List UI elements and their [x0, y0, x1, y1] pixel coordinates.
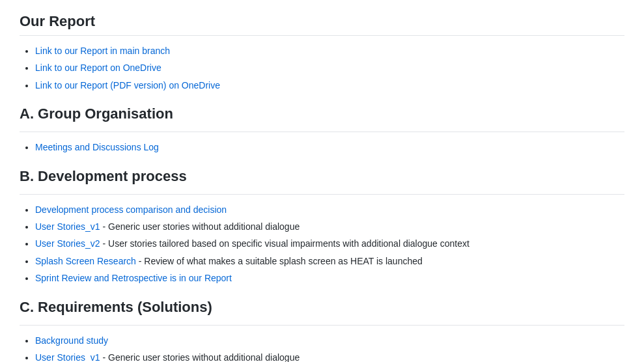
splash-screen-suffix: - Review of what makes a suitable splash… [136, 256, 423, 266]
user-stories-v2-suffix-b: - User stories tailored based on specifi… [100, 238, 469, 249]
page-container: Our Report Link to our Report in main br… [20, 13, 624, 362]
report-links-list: Link to our Report in main branch Link t… [20, 44, 624, 92]
section-b-block: B. Development process Development proce… [20, 168, 624, 286]
list-item: Link to our Report on OneDrive [35, 61, 624, 75]
report-link-pdf[interactable]: Link to our Report (PDF version) on OneD… [35, 80, 220, 90]
list-item: User Stories_v2 - User stories tailored … [35, 236, 624, 251]
user-stories-v1-link-c[interactable]: User Stories_v1 [35, 352, 100, 362]
user-stories-v1-link-b[interactable]: User Stories_v1 [35, 221, 100, 232]
section-b-heading: B. Development process [20, 168, 624, 189]
list-item: Background study [35, 333, 624, 348]
background-study-link[interactable]: Background study [35, 335, 108, 346]
section-a-list: Meetings and Discussions Log [20, 140, 624, 154]
section-c-list: Background study User Stories_v1 - Gener… [20, 333, 624, 362]
section-b-divider [20, 194, 624, 195]
user-stories-v1-suffix-c: - Generic user stories without additiona… [100, 352, 300, 362]
section-a-divider [20, 132, 624, 132]
section-a-heading: A. Group Organisation [20, 105, 624, 126]
section-c-heading: C. Requirements (Solutions) [20, 299, 624, 320]
report-divider [20, 35, 624, 36]
section-b-list: Development process comparison and decis… [20, 202, 624, 286]
meetings-log-link[interactable]: Meetings and Discussions Log [35, 142, 159, 152]
list-item: Sprint Review and Retrospective is in ou… [35, 271, 624, 285]
list-item: User Stories_v1 - Generic user stories w… [35, 350, 624, 362]
section-c-block: C. Requirements (Solutions) Background s… [20, 299, 624, 362]
user-stories-v1-suffix-b: - Generic user stories without additiona… [100, 221, 300, 232]
list-item: Meetings and Discussions Log [35, 140, 624, 154]
list-item: Splash Screen Research - Review of what … [35, 254, 624, 268]
report-title: Our Report [20, 13, 624, 30]
list-item: User Stories_v1 - Generic user stories w… [35, 219, 624, 234]
list-item: Development process comparison and decis… [35, 202, 624, 217]
dev-comparison-link[interactable]: Development process comparison and decis… [35, 204, 227, 215]
user-stories-v2-link-b[interactable]: User Stories_v2 [35, 238, 100, 249]
list-item: Link to our Report (PDF version) on OneD… [35, 78, 624, 92]
splash-screen-link[interactable]: Splash Screen Research [35, 256, 136, 266]
sprint-review-link[interactable]: Sprint Review and Retrospective is in ou… [35, 273, 232, 283]
section-a-block: A. Group Organisation Meetings and Discu… [20, 105, 624, 154]
report-link-onedrive[interactable]: Link to our Report on OneDrive [35, 63, 161, 73]
report-link-main[interactable]: Link to our Report in main branch [35, 46, 170, 56]
list-item: Link to our Report in main branch [35, 44, 624, 58]
report-section: Our Report Link to our Report in main br… [20, 13, 624, 92]
section-c-divider [20, 325, 624, 326]
